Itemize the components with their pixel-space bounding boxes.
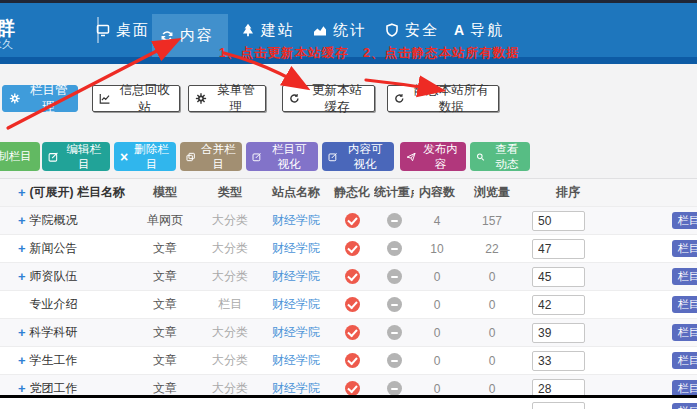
delete-column-button[interactable]: × 删除栏目 [114,142,176,171]
button-label: 查看动态 [490,142,524,172]
publish-content-button[interactable]: 发布内容 [400,142,466,171]
static-enabled-icon[interactable] [345,325,360,340]
table-row: + 学院概况 单网页 大分类 财经学院 4 157 栏目发布 [0,207,697,235]
manage-columns-button[interactable]: 栏目管理 [2,85,78,112]
nav-item-content[interactable]: 内容 [152,14,228,57]
column-publish-button[interactable]: 栏目发布 [672,324,697,341]
edit-icon [252,151,262,163]
header-sort: 排序 [524,184,610,201]
top-navbar: 群 永久 桌面 内容 建站 统计 安全 A 导航 [0,3,697,57]
nav-item-label: 建站 [261,21,295,40]
column-publish-button[interactable]: 栏目发布 [672,268,697,285]
expand-plus-icon[interactable]: + [18,214,26,227]
nav-item-label: 安全 [405,21,439,40]
column-visualize-button[interactable]: 栏目可视化 [246,142,318,171]
content-visualize-button[interactable]: 内容可视化 [322,142,394,171]
stat-focus-off-icon[interactable] [387,353,402,368]
column-name: 学院概况 [30,212,78,229]
column-publish-button[interactable]: 栏目发布 [672,352,697,369]
nav-item-desktop[interactable]: 桌面 [88,3,158,57]
views-count: 0 [460,270,524,284]
table-header-row: +(可展开) 栏目名称 模型 类型 站点名称 静态化 统计重点 内容数 浏览量 … [0,178,697,207]
header-type: 类型 [198,184,262,201]
minus-icon [391,220,398,222]
site-name-link[interactable]: 财经学院 [262,352,330,369]
content-count: 0 [414,270,460,284]
expand-plus-icon[interactable]: + [18,242,26,255]
header-content-count: 内容数 [414,184,460,201]
expand-plus-icon[interactable]: + [18,354,26,367]
column-publish-button[interactable]: 栏目发布 [672,240,697,257]
site-name-link[interactable]: 财经学院 [262,240,330,257]
x-icon: × [120,150,128,164]
check-icon [347,326,357,337]
static-all-data-button[interactable]: 静态本站所有数据 [387,85,499,112]
column-publish-button[interactable]: 栏目发布 [672,296,697,313]
sort-input[interactable] [532,295,585,315]
paper-plane-icon [406,151,416,163]
column-name: 科学科研 [30,324,78,341]
edit-icon [328,151,338,163]
column-model: 文章 [132,352,198,369]
sort-input[interactable] [532,351,585,371]
views-count: 157 [460,214,524,228]
update-site-cache-button[interactable]: 更新本站缓存 [282,85,375,112]
views-count: 0 [460,326,524,340]
site-name-link[interactable]: 财经学院 [262,268,330,285]
column-publish-button[interactable]: 栏目发布 [672,212,697,229]
static-enabled-icon[interactable] [345,269,360,284]
column-name: 专业介绍 [30,296,78,313]
table-row: + 科学科研 文章 大分类 财经学院 0 0 栏目发布 [0,319,697,347]
line-chart-icon [99,92,111,105]
site-name-link[interactable]: 财经学院 [262,296,330,313]
header-column-name: (可展开) 栏目名称 [30,184,125,201]
edit-column-button[interactable]: 编辑栏目 [42,142,110,171]
column-type: 大分类 [198,268,262,285]
sort-input[interactable] [532,239,585,259]
shield-icon [385,23,399,37]
static-enabled-icon[interactable] [345,241,360,256]
sort-input[interactable] [532,402,585,409]
content-count: 4 [414,214,460,228]
minus-icon [391,332,398,334]
check-icon [347,298,357,309]
static-enabled-icon[interactable] [345,213,360,228]
info-recycle-bin-button[interactable]: 信息回收站 [92,85,180,112]
copy-column-button[interactable]: 复制栏目 [0,142,40,171]
expand-plus-icon[interactable]: + [18,382,26,395]
merge-columns-button[interactable]: 合并栏目 [180,142,242,171]
stat-focus-off-icon[interactable] [387,241,402,256]
expand-all-plus-icon[interactable]: + [18,186,26,199]
static-enabled-icon[interactable] [345,353,360,368]
column-model: 文章 [132,296,198,313]
content-count: 0 [414,298,460,312]
stat-focus-off-icon[interactable] [387,381,402,396]
stat-focus-off-icon[interactable] [387,269,402,284]
expand-plus-icon[interactable]: + [18,270,26,283]
stat-focus-off-icon[interactable] [387,325,402,340]
button-label: 删除栏目 [133,142,170,172]
gear-icon [195,92,207,105]
stat-focus-off-icon[interactable] [387,213,402,228]
sort-input[interactable] [532,323,585,343]
site-name-link[interactable]: 财经学院 [262,324,330,341]
static-enabled-icon[interactable] [345,297,360,312]
column-type: 大分类 [198,240,262,257]
desktop-icon [96,23,110,37]
column-publish-button[interactable]: 栏目发布 [672,403,697,409]
button-label: 栏目管理 [27,82,71,116]
expand-plus-icon[interactable]: + [18,326,26,339]
annotation-note-2: 2、点击静态本站所有数据 [363,45,519,62]
stat-focus-off-icon[interactable] [387,297,402,312]
content-count: 0 [414,382,460,396]
views-count: 0 [460,298,524,312]
site-name-link[interactable]: 财经学院 [262,212,330,229]
sort-input[interactable] [532,211,585,231]
static-enabled-icon[interactable] [345,381,360,396]
column-model: 文章 [132,268,198,285]
nav-item-label: 导航 [470,21,504,40]
view-dynamics-button[interactable]: 查看动态 [470,142,530,171]
sort-input[interactable] [532,267,585,287]
column-model: 单网页 [132,212,198,229]
menu-manage-button[interactable]: 菜单管理 [188,85,266,112]
